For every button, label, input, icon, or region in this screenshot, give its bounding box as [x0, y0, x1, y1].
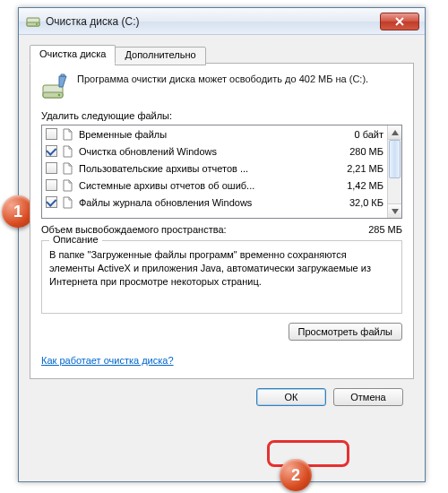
item-size: 280 МБ — [344, 146, 383, 157]
tab-cleanup[interactable]: Очистка диска — [30, 45, 116, 64]
cancel-button[interactable]: Отмена — [333, 388, 403, 406]
item-size: 0 байт — [349, 129, 383, 140]
tab-label: Очистка диска — [39, 48, 106, 59]
button-label: Просмотреть файлы — [298, 326, 392, 337]
total-value: 285 МБ — [368, 224, 402, 235]
list-item[interactable]: Файлы журнала обновления Windows32,0 КБ — [42, 194, 387, 211]
delete-files-label: Удалить следующие файлы: — [41, 110, 402, 121]
file-icon — [62, 179, 74, 192]
list-item[interactable]: Временные файлы0 байт — [42, 125, 387, 143]
file-icon — [62, 145, 74, 158]
tab-panel-cleanup: Программа очистки диска может освободить… — [30, 63, 414, 379]
file-icon — [62, 162, 74, 175]
button-label: Отмена — [350, 392, 385, 402]
list-item[interactable]: Системные архивы отчетов об ошиб...1,42 … — [42, 177, 387, 194]
tab-strip: Очистка диска Дополнительно — [30, 45, 414, 64]
list-item[interactable]: Очистка обновлений Windows280 МБ — [42, 143, 387, 160]
scrollbar[interactable] — [387, 125, 401, 218]
files-listbox[interactable]: Временные файлы0 байтОчистка обновлений … — [41, 125, 402, 219]
scroll-up-icon[interactable] — [388, 125, 401, 140]
file-icon — [62, 128, 74, 141]
description-body: В папке "Загруженные файлы программ" вре… — [49, 248, 394, 304]
link-text: Как работает очистка диска? — [41, 355, 174, 366]
item-size: 32,0 КБ — [344, 197, 383, 208]
titlebar: Очистка диска (C:) — [19, 8, 425, 35]
ok-button[interactable]: ОК — [256, 388, 326, 406]
tab-label: Дополнительно — [125, 49, 195, 60]
checkbox[interactable] — [46, 128, 57, 140]
scroll-thumb[interactable] — [389, 140, 401, 178]
item-label: Файлы журнала обновления Windows — [79, 197, 344, 208]
close-button[interactable] — [380, 13, 419, 30]
scroll-down-icon[interactable] — [388, 203, 401, 218]
tab-advanced[interactable]: Дополнительно — [115, 47, 205, 65]
item-size: 1,42 МБ — [341, 180, 383, 191]
window-title: Очистка диска (C:) — [46, 15, 380, 28]
file-icon — [62, 196, 74, 209]
description-title: Описание — [49, 234, 102, 245]
item-label: Временные файлы — [79, 129, 349, 140]
item-label: Очистка обновлений Windows — [79, 146, 344, 157]
help-link[interactable]: Как работает очистка диска? — [41, 355, 174, 366]
view-files-button[interactable]: Просмотреть файлы — [289, 323, 402, 341]
item-label: Пользовательские архивы отчетов ... — [79, 163, 341, 174]
item-label: Системные архивы отчетов об ошиб... — [79, 180, 341, 191]
checkbox[interactable] — [46, 196, 57, 208]
drive-icon — [26, 14, 40, 29]
close-icon — [395, 17, 404, 26]
list-item[interactable]: Пользовательские архивы отчетов ...2,21 … — [42, 160, 387, 177]
checkbox[interactable] — [46, 145, 57, 157]
disk-cleanup-dialog: Очистка диска (C:) Очистка диска Дополни… — [18, 7, 426, 482]
checkbox[interactable] — [46, 162, 57, 174]
checkbox[interactable] — [46, 179, 57, 191]
cleanup-icon — [41, 73, 70, 101]
item-size: 2,21 МБ — [341, 163, 383, 174]
intro-text: Программа очистки диска может освободить… — [77, 73, 402, 86]
button-label: ОК — [285, 392, 298, 402]
description-group: Описание В папке "Загруженные файлы прог… — [41, 240, 402, 314]
svg-point-5 — [58, 94, 61, 97]
svg-point-2 — [36, 23, 38, 25]
